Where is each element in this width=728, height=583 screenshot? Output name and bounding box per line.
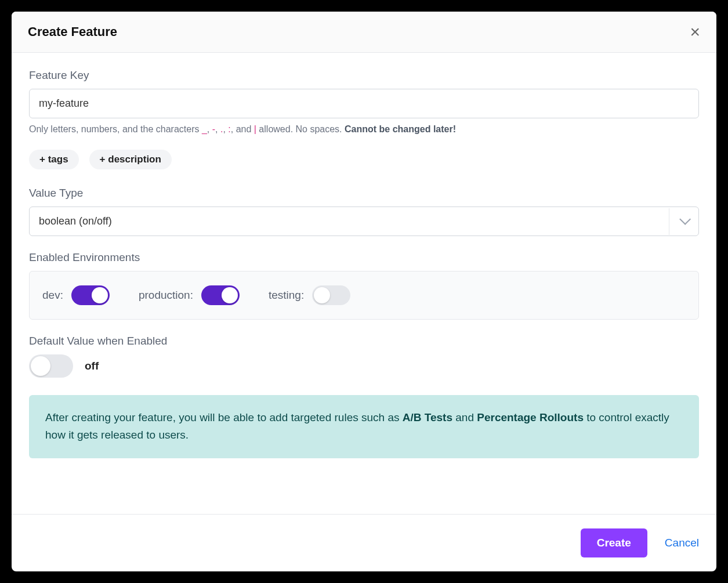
feature-key-label: Feature Key — [29, 69, 699, 82]
value-type-select[interactable]: boolean (on/off) — [29, 207, 699, 236]
feature-key-input[interactable] — [29, 89, 699, 118]
environments-label: Enabled Environments — [29, 251, 699, 264]
modal-body: Feature Key Only letters, numbers, and t… — [12, 53, 716, 514]
default-value-label: Default Value when Enabled — [29, 335, 699, 347]
default-value-group: Default Value when Enabled off — [29, 335, 699, 378]
value-type-selected: boolean (on/off) — [30, 207, 669, 236]
environments-box: dev: production: testing: — [29, 271, 699, 320]
environments-group: Enabled Environments dev: production: te… — [29, 251, 699, 320]
modal-title: Create Feature — [28, 24, 117, 39]
create-button[interactable]: Create — [581, 528, 647, 557]
modal-footer: Create Cancel — [12, 514, 716, 571]
add-description-button[interactable]: + description — [89, 150, 172, 169]
add-tags-button[interactable]: + tags — [29, 150, 79, 169]
env-toggle-testing[interactable] — [312, 285, 350, 305]
value-type-label: Value Type — [29, 187, 699, 200]
close-icon[interactable]: × — [690, 23, 700, 41]
default-value-toggle[interactable] — [29, 354, 73, 378]
cancel-button[interactable]: Cancel — [665, 537, 699, 549]
env-item-dev: dev: — [42, 285, 110, 305]
env-toggle-production[interactable] — [201, 285, 240, 305]
value-type-group: Value Type boolean (on/off) — [29, 187, 699, 236]
env-label-dev: dev: — [42, 289, 63, 302]
modal-header: Create Feature × — [12, 12, 716, 53]
env-label-production: production: — [139, 289, 193, 302]
feature-key-group: Feature Key Only letters, numbers, and t… — [29, 69, 699, 135]
env-item-production: production: — [139, 285, 240, 305]
env-label-testing: testing: — [269, 289, 304, 302]
feature-key-helper: Only letters, numbers, and the character… — [29, 124, 699, 135]
meta-pills: + tags + description — [29, 150, 699, 169]
env-item-testing: testing: — [269, 285, 350, 305]
chevron-down-icon — [669, 208, 698, 235]
default-value-row: off — [29, 354, 699, 378]
env-toggle-dev[interactable] — [71, 285, 110, 305]
default-value-state: off — [85, 360, 99, 372]
info-banner: After creating your feature, you will be… — [29, 395, 699, 458]
create-feature-modal: Create Feature × Feature Key Only letter… — [12, 12, 716, 571]
